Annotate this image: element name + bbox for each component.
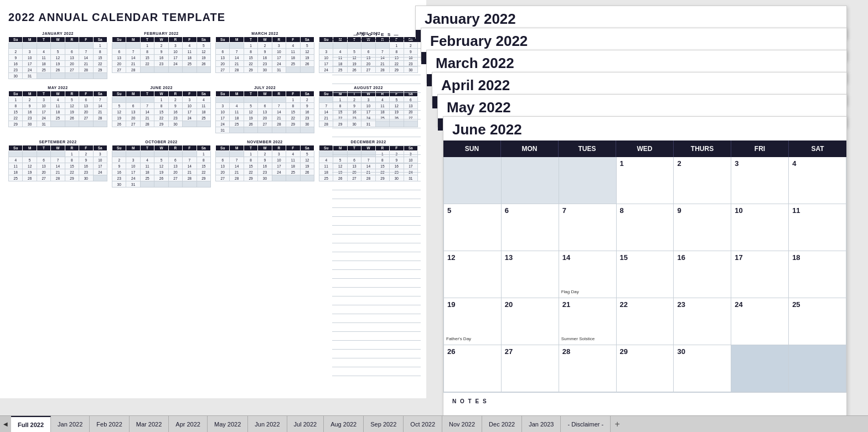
tab-full-2022[interactable]: Full 2022: [11, 416, 51, 433]
tab-jan-2023[interactable]: Jan 2023: [522, 416, 561, 433]
june-header: SUNMONTUESWEDTHURSFRISAT: [443, 140, 846, 157]
notes-line: [332, 367, 421, 376]
june-cell: 2: [674, 157, 731, 204]
mar-title: March 2022: [427, 50, 846, 74]
feb-title: February 2022: [421, 28, 846, 52]
notes-line: [332, 49, 421, 58]
mini-calendar-june: JUNE 2022SuMTWRFSa1234567891011121314151…: [112, 86, 211, 133]
tab---disclaimer--[interactable]: - Disclaimer -: [561, 416, 611, 433]
notes-line: [332, 341, 421, 350]
notes-line: [332, 332, 421, 341]
tab-sep-2022[interactable]: Sep 2022: [364, 416, 404, 433]
notes-line: [332, 314, 421, 323]
notes-line: [332, 243, 421, 252]
june-cell: 3: [731, 157, 789, 204]
june-cell: 11: [789, 204, 846, 251]
notes-line: [332, 146, 421, 155]
notes-line: [332, 235, 421, 243]
notes-line: [332, 84, 421, 93]
tab-nav-prev[interactable]: ◀: [0, 416, 11, 433]
mini-calendar-january: JANUARY 2022SuMTWRFSa1234567891011121314…: [8, 32, 107, 79]
tab-jun-2022[interactable]: Jun 2022: [248, 416, 287, 433]
notes-line: [332, 119, 421, 128]
june-cell: 9: [674, 204, 731, 251]
june-cell: 30: [674, 345, 731, 392]
june-cell: 29: [617, 345, 674, 392]
jun-title: June 2022: [443, 117, 846, 140]
tab-jul-2022[interactable]: Jul 2022: [287, 416, 324, 433]
mini-calendar-september: SEPTEMBER 2022SuMTWRFSa12345678910111213…: [8, 140, 107, 188]
june-cell: 26: [444, 345, 502, 392]
june-cell: 25: [789, 298, 846, 345]
notes-line: [332, 323, 421, 332]
tab-nov-2022[interactable]: Nov 2022: [442, 416, 482, 433]
june-cell: [789, 345, 846, 392]
tab-may-2022[interactable]: May 2022: [208, 416, 248, 433]
june-cell: 12: [444, 251, 502, 298]
june-cell: [731, 345, 789, 392]
june-cell: [502, 157, 559, 204]
june-cell: 8: [617, 204, 674, 251]
june-cell: 22: [617, 298, 674, 345]
notes-line: [332, 66, 421, 75]
tabs-container: Full 2022Jan 2022Feb 2022Mar 2022Apr 202…: [11, 416, 611, 433]
june-cell: 13: [502, 251, 559, 298]
june-calendar: SUNMONTUESWEDTHURSFRISAT 123456789101112…: [443, 140, 846, 392]
notes-line: [332, 155, 421, 164]
jan-title: January 2022: [416, 6, 846, 30]
notes-line: [332, 305, 421, 314]
notes-line: [332, 358, 421, 367]
june-cell: 1: [617, 157, 674, 204]
tab-apr-2022[interactable]: Apr 2022: [169, 416, 208, 433]
june-cell: 17: [731, 251, 789, 298]
tab-mar-2022[interactable]: Mar 2022: [130, 416, 169, 433]
tab-dec-2022[interactable]: Dec 2022: [482, 416, 522, 433]
mini-calendar-march: MARCH 2022SuMTWRFSa123456789101112131415…: [215, 32, 314, 79]
notes-line: [332, 217, 421, 226]
apr-title: April 2022: [432, 72, 846, 96]
tab-add-button[interactable]: +: [611, 416, 624, 433]
june-cell: 10: [731, 204, 789, 251]
spreadsheet-area: 2022 ANNUAL CALENDAR TEMPLATE JANUARY 20…: [0, 0, 426, 398]
june-cell: 6: [502, 204, 559, 251]
june-cell: 4: [789, 157, 846, 204]
june-grid: 1234567891011121314Flag Day1516171819Fat…: [443, 157, 846, 392]
notes-line: [332, 270, 421, 279]
june-cell: 16: [674, 251, 731, 298]
notes-line: [332, 226, 421, 235]
june-cell: 24: [731, 298, 789, 345]
notes-line: [332, 137, 421, 146]
notes-line: [332, 261, 421, 270]
june-cell: 23: [674, 298, 731, 345]
notes-title: — N O T E S —: [332, 32, 421, 37]
notes-line: [332, 173, 421, 181]
may-title: May 2022: [438, 95, 846, 118]
notes-line: [332, 208, 421, 217]
tab-bar: ◀ Full 2022Jan 2022Feb 2022Mar 2022Apr 2…: [0, 415, 868, 432]
tab-jan-2022[interactable]: Jan 2022: [51, 416, 90, 433]
mini-calendar-may: MAY 2022SuMTWRFSa12345678910111213141516…: [8, 86, 107, 133]
mini-calendar-february: FEBRUARY 2022SuMTWRFSa123456789101112131…: [112, 32, 211, 79]
mini-calendar-october: OCTOBER 2022SuMTWRFSa1234567891011121314…: [112, 140, 211, 188]
notes-line: [332, 288, 421, 296]
page-title: 2022 ANNUAL CALENDAR TEMPLATE: [8, 11, 418, 24]
tab-oct-2022[interactable]: Oct 2022: [404, 416, 442, 433]
panel-june: June 2022 SUNMONTUESWEDTHURSFRISAT 12345…: [443, 116, 847, 432]
june-cell: [444, 157, 502, 204]
notes-lines: [332, 39, 421, 376]
june-notes-label: N O T E S: [443, 392, 846, 410]
june-cell: 7: [559, 204, 617, 251]
june-cell: 18: [789, 251, 846, 298]
tab-aug-2022[interactable]: Aug 2022: [324, 416, 364, 433]
notes-line: [332, 40, 421, 49]
notes-line: [332, 128, 421, 137]
notes-line: [332, 58, 421, 66]
notes-line: [332, 296, 421, 305]
tab-feb-2022[interactable]: Feb 2022: [90, 416, 129, 433]
notes-line: [332, 164, 421, 173]
june-cell: 27: [502, 345, 559, 392]
june-cell: 20: [502, 298, 559, 345]
notes-line: [332, 350, 421, 358]
notes-line: [332, 279, 421, 288]
june-cell: 5: [444, 204, 502, 251]
